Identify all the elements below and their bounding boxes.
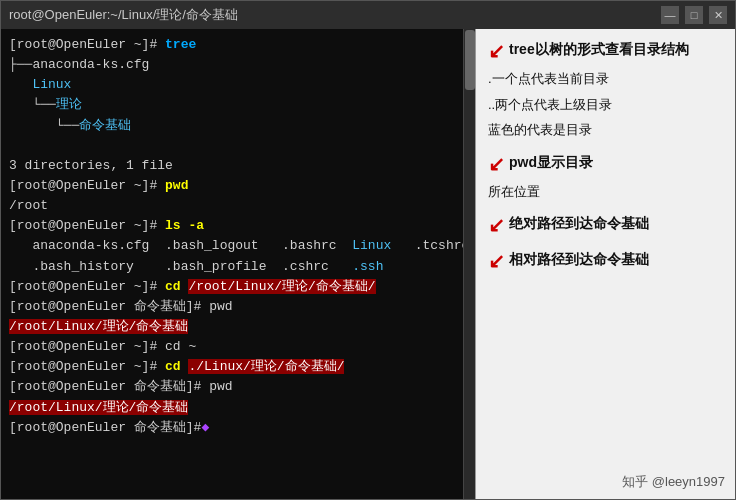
abs-result-path: /root/Linux/理论/命令基础 xyxy=(9,319,188,334)
abs-path: /root/Linux/理论/命令基础/ xyxy=(188,279,375,294)
title-bar: root@OpenEuler:~/Linux/理论/命令基础 — □ ✕ xyxy=(1,1,735,29)
rel-pwd-result: /root/Linux/理论/命令基础 xyxy=(9,398,455,418)
tree-dot2-text: ..两个点代表上级目录 xyxy=(488,95,612,115)
prompt-4: [root@OpenEuler ~]# xyxy=(9,279,165,294)
abs-annotation-block: ↙ 绝对路径到达命令基础 xyxy=(488,213,723,237)
tree-ann-row-dot2: ..两个点代表上级目录 xyxy=(488,95,723,115)
scrollbar[interactable] xyxy=(463,29,475,499)
pwd-annotation-sub: 所在位置 xyxy=(488,182,540,202)
tree-annotation-title: tree以树的形式查看目录结构 xyxy=(509,39,689,60)
abs-pwd-cmd: [root@OpenEuler 命令基础]# pwd xyxy=(9,297,455,317)
pwd-ann-row-sub: 所在位置 xyxy=(488,182,723,202)
pwd-result: /root xyxy=(9,196,455,216)
ls-command: ls -a xyxy=(165,218,204,233)
tree-output-2: Linux xyxy=(9,75,455,95)
ls-output-2: .bash_history .bash_profile .cshrc .ssh xyxy=(9,257,455,277)
terminal-line-1: [root@OpenEuler ~]# tree xyxy=(9,35,455,55)
main-content: [root@OpenEuler ~]# tree ├──anaconda-ks.… xyxy=(1,29,735,499)
tree-output-3: └──理论 xyxy=(9,95,455,115)
rel-path: ./Linux/理论/命令基础/ xyxy=(188,359,344,374)
watermark: 知乎 @leeyn1997 xyxy=(622,473,725,491)
terminal-line-cd-abs: [root@OpenEuler ~]# cd /root/Linux/理论/命令… xyxy=(9,277,455,297)
terminal-cd-home: [root@OpenEuler ~]# cd ~ xyxy=(9,337,455,357)
close-button[interactable]: ✕ xyxy=(709,6,727,24)
pwd-ann-row-title: ↙ pwd显示目录 xyxy=(488,152,723,176)
cd-rel-command: cd xyxy=(165,359,188,374)
terminal-area[interactable]: [root@OpenEuler ~]# tree ├──anaconda-ks.… xyxy=(1,29,463,499)
tree-dot1-text: .一个点代表当前目录 xyxy=(488,69,609,89)
linux-dir: Linux xyxy=(32,77,71,92)
rel-ann-row: ↙ 相对路径到达命令基础 xyxy=(488,249,723,273)
tree-blue-text: 蓝色的代表是目录 xyxy=(488,120,592,140)
abs-ann-row: ↙ 绝对路径到达命令基础 xyxy=(488,213,723,237)
tree-ann-row-title: ↙ tree以树的形式查看目录结构 xyxy=(488,39,723,63)
tree-command: tree xyxy=(165,37,196,52)
abs-pwd-result: /root/Linux/理论/命令基础 xyxy=(9,317,455,337)
annotations-panel: ↙ tree以树的形式查看目录结构 .一个点代表当前目录 ..两个点代表上级目录… xyxy=(475,29,735,499)
tree-output-summary: 3 directories, 1 file xyxy=(9,156,455,176)
pwd-arrow: ↙ xyxy=(488,152,505,176)
prompt-2: [root@OpenEuler ~]# xyxy=(9,178,165,193)
rel-result-path: /root/Linux/理论/命令基础 xyxy=(9,400,188,415)
tree-output-1: ├──anaconda-ks.cfg xyxy=(9,55,455,75)
terminal-line-ls: [root@OpenEuler ~]# ls -a xyxy=(9,216,455,236)
maximize-button[interactable]: □ xyxy=(685,6,703,24)
terminal-window: root@OpenEuler:~/Linux/理论/命令基础 — □ ✕ [ro… xyxy=(0,0,736,500)
rel-pwd-cmd: [root@OpenEuler 命令基础]# pwd xyxy=(9,377,455,397)
window-controls: — □ ✕ xyxy=(661,6,727,24)
tree-ann-row-dot1: .一个点代表当前目录 xyxy=(488,69,723,89)
abs-annotation-title: 绝对路径到达命令基础 xyxy=(509,213,649,234)
rel-arrow: ↙ xyxy=(488,249,505,273)
tree-ann-row-blue: 蓝色的代表是目录 xyxy=(488,120,723,140)
window-title: root@OpenEuler:~/Linux/理论/命令基础 xyxy=(9,6,238,24)
prompt-3: [root@OpenEuler ~]# xyxy=(9,218,165,233)
abs-arrow: ↙ xyxy=(488,213,505,237)
prompt-5: [root@OpenEuler ~]# xyxy=(9,359,165,374)
tree-arrow-1: ↙ xyxy=(488,39,505,63)
ls-output-1: anaconda-ks.cfg .bash_logout .bashrc Lin… xyxy=(9,236,455,256)
minimize-button[interactable]: — xyxy=(661,6,679,24)
terminal-line-pwd: [root@OpenEuler ~]# pwd xyxy=(9,176,455,196)
terminal-line-cd-rel: [root@OpenEuler ~]# cd ./Linux/理论/命令基础/ xyxy=(9,357,455,377)
tree-output-5 xyxy=(9,136,455,156)
scrollbar-thumb[interactable] xyxy=(465,30,475,90)
rel-annotation-title: 相对路径到达命令基础 xyxy=(509,249,649,270)
pwd-annotation-title: pwd显示目录 xyxy=(509,152,593,173)
cd-abs-command: cd xyxy=(165,279,188,294)
linux-ls: Linux xyxy=(352,238,391,253)
cmd-dir: 命令基础 xyxy=(79,118,131,133)
pwd-annotation-block: ↙ pwd显示目录 所在位置 xyxy=(488,152,723,202)
prompt-1: [root@OpenEuler ~]# xyxy=(9,37,165,52)
final-prompt: [root@OpenEuler 命令基础]#◆ xyxy=(9,418,455,438)
ssh-ls: .ssh xyxy=(352,259,383,274)
tree-annotation-block: ↙ tree以树的形式查看目录结构 .一个点代表当前目录 ..两个点代表上级目录… xyxy=(488,39,723,140)
tree-output-4: └──命令基础 xyxy=(9,116,455,136)
theory-dir: 理论 xyxy=(56,97,82,112)
rel-annotation-block: ↙ 相对路径到达命令基础 xyxy=(488,249,723,273)
pwd-command: pwd xyxy=(165,178,188,193)
